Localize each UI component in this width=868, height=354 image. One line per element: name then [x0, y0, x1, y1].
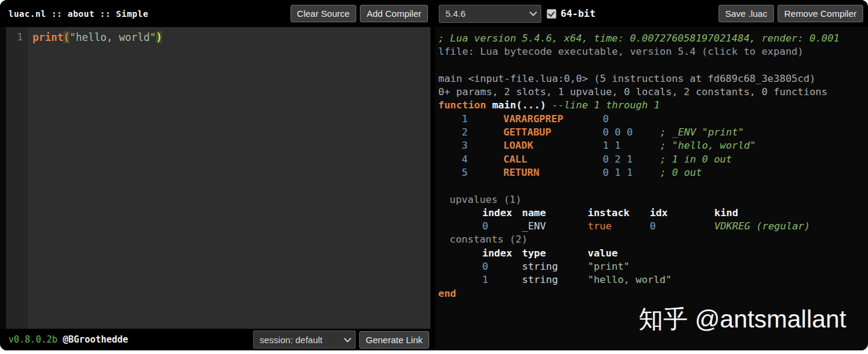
instruction-row: 3LOADK1 1; "hello, world" [438, 139, 868, 152]
upvalues-header-row: indexnameinstackidxkind [438, 206, 868, 220]
app-version: v0.8.0.2b [8, 334, 57, 345]
token-open-paren: ( [63, 31, 69, 43]
remove-compiler-button[interactable]: Remove Compiler [778, 5, 863, 22]
app-author: @BGroothedde [63, 334, 128, 345]
app-title: luac.nl :: about :: Simple [8, 9, 148, 19]
bytecode-pane: 5.4.6 64-bit Save .luac Remove Compiler … [435, 0, 868, 350]
function-line: function main(...) --line 1 through 1 [438, 99, 868, 112]
left-footer: v0.8.0.2b @BGroothedde session: default … [0, 329, 430, 350]
constants-header-row: indextypevalue [438, 247, 868, 260]
token-print: print [33, 31, 63, 43]
compiler-version-select[interactable]: 5.4.6 [439, 5, 541, 23]
bytecode-output: ; Lua version 5.4.6, x64, time: 0.007276… [435, 27, 868, 300]
main-header-line: main <input-file.lua:0,0> (5 instruction… [438, 72, 868, 85]
function-signature: main(...) [486, 99, 552, 112]
compiler-version-value: 5.4.6 [445, 8, 465, 19]
upvalue-row: 0_ENVtrue0VDKREG (regular) [438, 220, 868, 233]
instruction-row: 1VARARGPREP0 [438, 113, 868, 126]
function-line-comment: --line 1 through 1 [552, 99, 660, 112]
app-window: luac.nl :: about :: Simple Clear Source … [0, 0, 868, 350]
instruction-row: 4CALL0 2 1; 1 in 0 out [438, 153, 868, 166]
generate-link-button[interactable]: Generate Link [359, 331, 429, 349]
instruction-row: 2GETTABUP0 0 0; _ENV "print" [438, 126, 868, 139]
chevron-down-icon [344, 335, 351, 343]
compile-meta-line: ; Lua version 5.4.6, x64, time: 0.007276… [438, 32, 868, 45]
editor-gutter: 1 [6, 27, 28, 329]
left-header: luac.nl :: about :: Simple Clear Source … [0, 0, 430, 27]
chevron-down-icon [529, 8, 537, 16]
constants-section-label: constants (2) [450, 233, 527, 246]
main-stats-line: 0+ params, 2 slots, 1 upvalue, 0 locals,… [438, 85, 868, 99]
line-number: 1 [6, 30, 28, 45]
end-keyword: end [438, 287, 456, 300]
source-pane: luac.nl :: about :: Simple Clear Source … [0, 0, 430, 350]
save-luac-button[interactable]: Save .luac [719, 5, 774, 22]
token-close-paren: ) [156, 31, 162, 43]
upvalues-section-label: upvalues (1) [450, 193, 521, 206]
function-keyword: function [438, 99, 486, 112]
instruction-row: 5RETURN0 1 1; 0 out [438, 166, 868, 179]
code-line[interactable]: print("hello, world") [33, 30, 430, 45]
editor-code-area[interactable]: print("hello, world") [28, 27, 430, 329]
64bit-label: 64-bit [561, 8, 596, 19]
64bit-checkbox[interactable] [547, 9, 556, 19]
right-header: 5.4.6 64-bit Save .luac Remove Compiler [435, 0, 868, 27]
clear-source-button[interactable]: Clear Source [291, 5, 357, 22]
constant-row: 1string"hello, world" [438, 273, 868, 287]
constant-row: 0string"print" [438, 260, 868, 273]
checkmark-icon [548, 9, 555, 16]
watermark: 知乎 @antsmallant [638, 303, 846, 336]
add-compiler-button[interactable]: Add Compiler [360, 5, 428, 22]
code-editor[interactable]: 1 print("hello, world") [0, 27, 430, 329]
session-select[interactable]: session: default [253, 331, 356, 349]
token-string: "hello, world" [69, 31, 156, 43]
session-select-value: session: default [260, 335, 322, 345]
file-info-line[interactable]: lfile: Lua bytecode executable, version … [438, 45, 868, 58]
